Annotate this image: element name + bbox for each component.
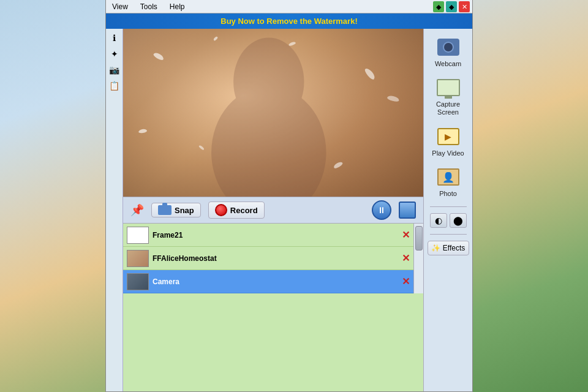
divider-1 bbox=[430, 206, 467, 207]
webcam-icon bbox=[435, 36, 462, 58]
webcam-icon-shape bbox=[437, 39, 459, 56]
video-preview bbox=[123, 29, 423, 197]
webcam-label: Webcam bbox=[435, 60, 461, 68]
source-item-camera[interactable]: Camera ✕ bbox=[123, 270, 413, 293]
record-button[interactable]: Record bbox=[208, 202, 265, 219]
capture-icon-shape bbox=[437, 79, 460, 96]
left-sidebar: ℹ ✦ 📷 📋 bbox=[106, 29, 123, 391]
source-name-frame21: Frame21 bbox=[153, 231, 398, 239]
pin-icon[interactable]: 📌 bbox=[130, 203, 144, 217]
play-video-button[interactable]: Play Video bbox=[427, 123, 470, 160]
menu-view[interactable]: View bbox=[110, 2, 130, 12]
minimize-button[interactable]: ◆ bbox=[433, 1, 444, 12]
right-panel: Webcam Capture Screen Play Video Photo bbox=[423, 29, 472, 391]
person-silhouette bbox=[123, 29, 423, 197]
window-controls: ◆ ◆ ✕ bbox=[433, 1, 470, 12]
watermark-banner[interactable]: Buy Now to Remove the Watermark! bbox=[106, 13, 472, 29]
photo-icon bbox=[435, 166, 462, 188]
pause-button[interactable]: ⏸ bbox=[372, 200, 391, 220]
svg-point-1 bbox=[211, 86, 326, 197]
menu-help[interactable]: Help bbox=[167, 2, 187, 12]
record-label: Record bbox=[230, 206, 258, 215]
source-thumb-camera bbox=[127, 273, 149, 290]
sidebar-camera-icon[interactable]: 📷 bbox=[108, 63, 121, 77]
webcam-button[interactable]: Webcam bbox=[427, 34, 470, 70]
sidebar-star-icon[interactable]: ✦ bbox=[108, 47, 121, 61]
controls-bar: 📌 Snap Record ⏸ bbox=[123, 197, 423, 224]
source-item-ffalice[interactable]: FFAliceHomeostat ✕ bbox=[123, 247, 413, 270]
snap-button[interactable]: Snap bbox=[151, 203, 201, 217]
restore-button[interactable]: ◆ bbox=[446, 1, 457, 12]
capture-screen-icon bbox=[435, 77, 462, 99]
play-video-icon bbox=[435, 126, 462, 148]
source-item-frame21[interactable]: Frame21 ✕ bbox=[123, 224, 413, 247]
divider-2 bbox=[430, 234, 467, 235]
effects-label: Effects bbox=[443, 244, 465, 252]
source-items: Frame21 ✕ FFAliceHomeostat ✕ Camer bbox=[123, 224, 413, 293]
sidebar-list-icon[interactable]: 📋 bbox=[108, 79, 121, 92]
source-thumb-ffalice bbox=[127, 250, 149, 267]
source-list: Frame21 ✕ FFAliceHomeostat ✕ Camer bbox=[123, 224, 423, 391]
scrollbar-thumb[interactable] bbox=[415, 226, 423, 251]
source-name-camera: Camera bbox=[153, 277, 398, 286]
source-delete-camera[interactable]: ✕ bbox=[402, 276, 410, 287]
record-icon bbox=[215, 204, 227, 216]
capture-screen-button[interactable]: Capture Screen bbox=[427, 74, 470, 119]
toggle-row: ◐ ⬤ bbox=[430, 213, 467, 228]
video-area bbox=[123, 29, 423, 197]
capture-screen-label: Capture Screen bbox=[429, 100, 467, 116]
sidebar-info-icon[interactable]: ℹ bbox=[108, 31, 121, 45]
photo-label: Photo bbox=[439, 190, 457, 198]
menu-bar: View Tools Help ◆ ◆ ✕ bbox=[106, 0, 472, 13]
photo-icon-shape bbox=[437, 168, 459, 186]
menu-tools[interactable]: Tools bbox=[138, 2, 160, 12]
toggle-right-button[interactable]: ⬤ bbox=[450, 213, 467, 228]
source-delete-frame21[interactable]: ✕ bbox=[402, 229, 410, 241]
source-delete-ffalice[interactable]: ✕ bbox=[402, 252, 410, 264]
play-video-label: Play Video bbox=[432, 149, 464, 157]
source-thumb-frame21 bbox=[127, 227, 149, 244]
snap-icon bbox=[158, 205, 172, 215]
effects-icon: ✨ bbox=[431, 244, 440, 252]
close-button[interactable]: ✕ bbox=[459, 1, 470, 12]
photo-button[interactable]: Photo bbox=[427, 164, 470, 200]
app-window: View Tools Help ◆ ◆ ✕ Buy Now to Remove … bbox=[105, 0, 473, 392]
stop-button[interactable] bbox=[399, 202, 416, 219]
video-frame bbox=[123, 29, 423, 197]
source-name-ffalice: FFAliceHomeostat bbox=[153, 254, 398, 263]
toggle-left-button[interactable]: ◐ bbox=[430, 213, 447, 228]
effects-button[interactable]: ✨ Effects bbox=[428, 241, 469, 255]
source-list-inner: Frame21 ✕ FFAliceHomeostat ✕ Camer bbox=[123, 224, 423, 293]
play-icon-shape bbox=[437, 128, 459, 145]
snap-label: Snap bbox=[175, 206, 194, 215]
scrollbar-track[interactable] bbox=[413, 224, 423, 293]
main-content: ℹ ✦ 📷 📋 bbox=[106, 29, 472, 391]
